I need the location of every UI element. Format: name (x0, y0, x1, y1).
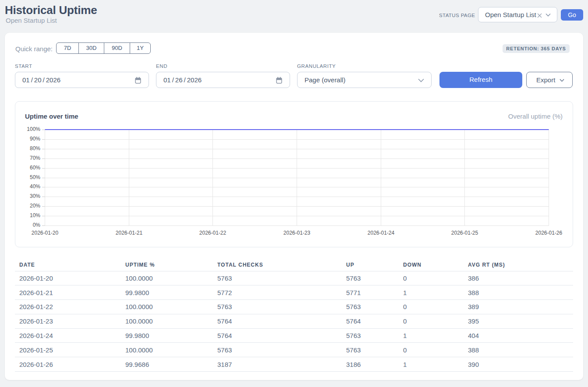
svg-text:90%: 90% (30, 136, 40, 142)
svg-text:50%: 50% (30, 174, 40, 180)
svg-text:10%: 10% (30, 212, 40, 218)
svg-text:60%: 60% (30, 165, 40, 171)
svg-text:2026-01-24: 2026-01-24 (368, 230, 395, 236)
svg-text:2026-01-23: 2026-01-23 (283, 230, 311, 236)
svg-text:2026-01-26: 2026-01-26 (535, 230, 563, 236)
svg-text:80%: 80% (30, 145, 40, 151)
svg-text:2026-01-21: 2026-01-21 (116, 230, 143, 236)
svg-text:100%: 100% (27, 126, 40, 132)
svg-text:20%: 20% (30, 203, 40, 209)
svg-text:0%: 0% (33, 222, 41, 228)
svg-text:40%: 40% (30, 183, 40, 190)
svg-text:70%: 70% (30, 155, 40, 161)
svg-text:2026-01-22: 2026-01-22 (199, 230, 227, 236)
svg-text:30%: 30% (30, 193, 40, 199)
svg-text:2026-01-25: 2026-01-25 (451, 230, 478, 236)
svg-text:2026-01-20: 2026-01-20 (32, 230, 59, 236)
